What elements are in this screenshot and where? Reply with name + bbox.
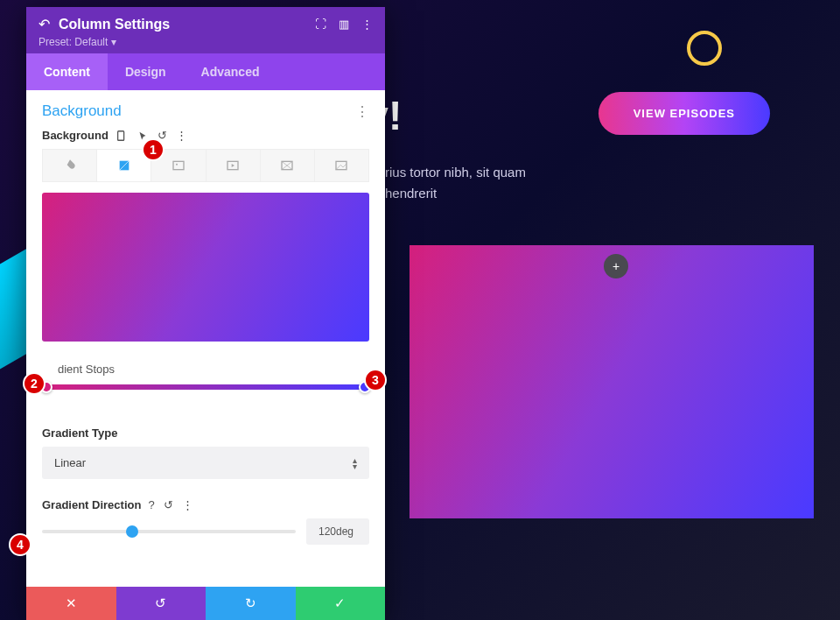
- gradient-direction-label: Gradient Direction: [42, 498, 141, 511]
- direction-slider-handle[interactable]: [126, 525, 138, 538]
- layout-icon[interactable]: ▥: [339, 18, 349, 31]
- panel-tabs: Content Design Advanced: [26, 53, 385, 90]
- svg-point-3: [176, 164, 178, 166]
- reset-direction-icon[interactable]: ↺: [164, 498, 173, 511]
- column-preview-box[interactable]: [410, 245, 814, 518]
- panel-title: Column Settings: [59, 17, 306, 32]
- section-menu-icon[interactable]: ⋮: [355, 103, 369, 120]
- field-menu-icon[interactable]: ⋮: [176, 129, 187, 142]
- gradient-preview[interactable]: [42, 193, 369, 342]
- direction-slider[interactable]: [42, 530, 296, 533]
- scan-icon[interactable]: ⛶: [315, 18, 326, 31]
- direction-menu-icon[interactable]: ⋮: [182, 498, 193, 511]
- cancel-button[interactable]: ✕: [26, 587, 116, 620]
- save-button[interactable]: ✓: [296, 587, 386, 620]
- panel-footer: ✕ ↺ ↻ ✓: [26, 587, 385, 620]
- help-icon[interactable]: ?: [148, 498, 154, 511]
- view-episodes-button[interactable]: VIEW EPISODES: [598, 92, 770, 135]
- page-canvas: lay! rius tortor nibh, sit quam hendreri…: [0, 0, 840, 620]
- section-title: Background: [42, 102, 122, 120]
- svg-rect-0: [117, 130, 123, 140]
- background-field-label: Background: [42, 129, 108, 142]
- tab-advanced[interactable]: Advanced: [184, 53, 277, 90]
- menu-dots-icon[interactable]: ⋮: [361, 18, 373, 31]
- caret-down-icon: ▾: [111, 36, 116, 48]
- gradient-stops-slider[interactable]: [42, 384, 369, 390]
- svg-rect-2: [173, 161, 184, 169]
- background-type-tabs: [42, 149, 369, 182]
- redo-icon: ↻: [245, 595, 256, 611]
- preset-label: Preset: Default: [38, 36, 108, 48]
- back-icon[interactable]: ↶: [38, 16, 50, 32]
- close-icon: ✕: [66, 595, 77, 611]
- annotation-4: 4: [9, 533, 32, 556]
- gradient-type-value: Linear: [54, 456, 86, 469]
- redo-button[interactable]: ↻: [206, 587, 296, 620]
- add-module-button[interactable]: +: [604, 254, 628, 278]
- gradient-type-select[interactable]: Linear ▴▾: [42, 447, 369, 479]
- hero-paragraph: rius tortor nibh, sit quam hendrerit: [385, 162, 578, 204]
- tab-design[interactable]: Design: [108, 53, 184, 90]
- gradient-stops-label: dient Stops: [58, 363, 115, 376]
- settings-panel: ↶ Column Settings ⛶ ▥ ⋮ Preset: Default …: [26, 7, 385, 620]
- panel-content: Background ⋮ Background ↺ ⋮: [26, 90, 385, 587]
- annotation-1: 1: [142, 138, 164, 161]
- annotation-3: 3: [364, 369, 387, 391]
- undo-button[interactable]: ↺: [116, 587, 206, 620]
- bg-type-video[interactable]: [206, 150, 261, 181]
- responsive-icon[interactable]: [116, 130, 128, 142]
- bg-type-mask[interactable]: [315, 150, 368, 181]
- bg-type-pattern[interactable]: [261, 150, 315, 181]
- annotation-2: 2: [23, 372, 46, 395]
- plus-icon: +: [612, 259, 620, 273]
- preset-dropdown[interactable]: Preset: Default ▾: [38, 36, 373, 48]
- check-icon: ✓: [334, 595, 346, 611]
- gradient-type-label: Gradient Type: [42, 426, 369, 440]
- tab-content[interactable]: Content: [26, 53, 108, 90]
- panel-header: ↶ Column Settings ⛶ ▥ ⋮ Preset: Default …: [26, 7, 385, 53]
- undo-icon: ↺: [155, 595, 166, 611]
- direction-value-input[interactable]: 120deg: [306, 518, 369, 545]
- bg-type-color[interactable]: [43, 150, 97, 181]
- chevron-updown-icon: ▴▾: [353, 457, 357, 469]
- decor-ring: [687, 31, 722, 66]
